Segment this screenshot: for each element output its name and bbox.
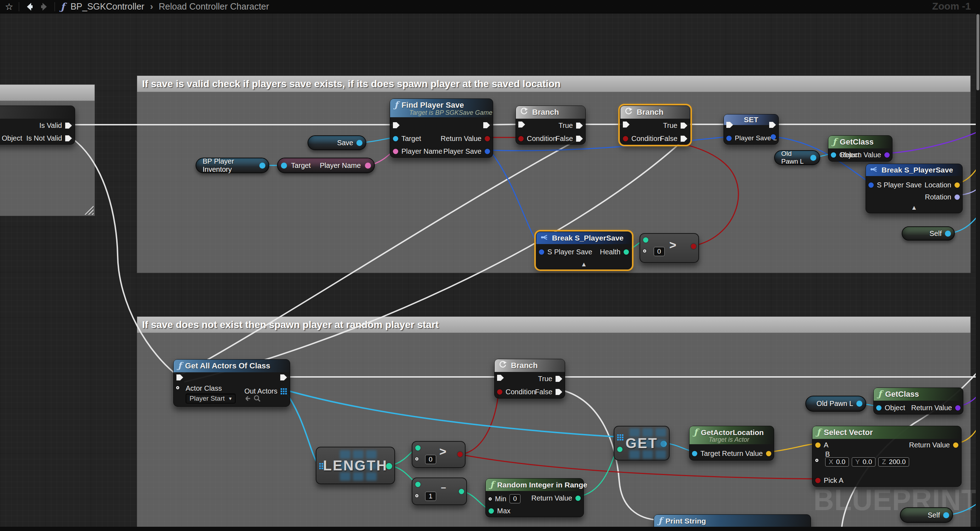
random-integer-node[interactable]: ƒ Random Integer in Range Min 0 Return V… [485,478,584,517]
min-value-field[interactable]: 0 [509,494,520,503]
comment-header[interactable]: If save does not exist then spawn player… [137,317,970,333]
greater-than-node-lower[interactable]: 0 > [412,441,466,468]
object-out-pin[interactable] [856,401,862,407]
scrollbar-thumb[interactable] [977,14,979,90]
exec-in-pin[interactable] [497,375,504,381]
break-playersave-node-right[interactable]: Break S_PlayerSave S Player Save Locatio… [865,164,963,213]
breadcrumb-root[interactable]: BP_SGKController [70,2,144,12]
out-actors-pin[interactable]: Out Actors [245,387,287,395]
branch-node-2[interactable]: Branch True Condition False [620,106,690,145]
z-field[interactable]: Z200.0 [878,457,909,467]
exec-in-pin[interactable] [726,122,733,128]
player-save-l-in-pin[interactable]: Player Save L [726,134,776,142]
self-pill-upper[interactable]: Self [902,226,955,240]
player-name-pin[interactable]: Player Name [393,147,442,156]
array-length-node[interactable]: LENGTH [316,447,395,484]
array-get-node[interactable]: GET [614,426,670,461]
select-vector-node[interactable]: ƒ Select Vector A Return Value B X0.0 Y0… [812,426,962,487]
return-value-pin[interactable]: Return Value [441,135,490,143]
exec-out-pin[interactable] [280,374,287,380]
player-save-l-out-pin[interactable] [771,134,776,140]
subtract-node[interactable]: 1 − [412,477,467,505]
collapse-arrow-icon[interactable]: ▲ [536,261,632,268]
input-b-pin[interactable] [643,250,646,253]
old-pawn-pill-upper[interactable]: Old Pawn L [774,150,820,165]
return-value-pin[interactable]: Return Value [722,450,771,458]
player-save-pin[interactable]: Player Save [443,147,490,156]
s-player-save-pin[interactable]: S Player Save [539,248,592,256]
is-not-valid-exec-out[interactable]: Is Not Valid [26,134,72,142]
b-pin[interactable] [815,459,818,462]
branch-node-1[interactable]: Branch True Condition False [515,106,585,145]
branch-node-3[interactable]: Branch True Condition False [494,359,565,399]
back-arrow-icon[interactable] [25,2,34,11]
x-field[interactable]: X0.0 [825,457,849,467]
exec-out-pin[interactable] [769,122,776,128]
break-playersave-node-middle[interactable]: Break S_PlayerSave S Player Save Health … [536,232,632,269]
s-player-save-pin[interactable]: S Player Save [869,181,922,189]
get-player-name-pill[interactable]: Target Player Name [277,157,375,173]
forward-arrow-icon[interactable] [40,2,49,11]
comment-header[interactable]: If save is valid check if players save e… [137,76,970,92]
false-pin[interactable]: False [535,388,562,396]
use-selected-icon[interactable] [243,395,251,402]
greater-than-node-upper[interactable]: 0 > [640,233,699,263]
input-b-pin[interactable] [415,457,418,461]
object-pin[interactable]: Object [876,404,905,412]
comment-resize-handle[interactable] [84,205,94,215]
comment-box-left[interactable] [0,84,95,216]
min-pin[interactable]: Min 0 [488,494,520,503]
input-a-pin[interactable] [415,482,420,487]
exec-out-pin[interactable] [483,122,490,128]
object-out-pin[interactable] [356,140,363,146]
false-pin[interactable]: False [555,135,583,143]
input-a-pin[interactable] [643,237,648,243]
return-value-pin[interactable]: Return Value [909,441,958,449]
object-out-pin[interactable] [259,162,266,169]
y-field[interactable]: Y0.0 [852,457,875,467]
result-pin[interactable] [459,489,464,494]
true-pin[interactable]: True [559,121,583,130]
result-pin[interactable] [691,244,696,249]
actor-class-dropdown[interactable]: Player Start ▾ [186,394,235,404]
self-out-pin[interactable] [945,231,951,237]
condition-pin[interactable]: Condition [519,135,557,143]
true-pin[interactable]: True [538,375,562,383]
get-class-node-upper[interactable]: ƒ GetClass Object Return Value [828,135,892,162]
collapse-arrow-icon[interactable]: ▲ [866,204,962,211]
return-value-pin[interactable]: Return Value [840,151,890,159]
actor-class-pin[interactable] [176,386,179,389]
target-in-pin[interactable] [281,162,287,169]
return-value-pin[interactable]: Return Value [911,404,961,412]
location-pin[interactable]: Location [924,181,960,189]
condition-pin[interactable]: Condition [497,388,536,396]
condition-pin[interactable]: Condition [623,135,662,143]
result-pin[interactable] [457,452,463,457]
get-class-node-lower[interactable]: ƒ GetClass Object Return Value [873,388,963,415]
health-pin[interactable]: Health [600,248,629,256]
old-pawn-pill-lower[interactable]: Old Pawn L [805,396,866,412]
exec-in-pin[interactable] [623,121,630,127]
a-pin[interactable]: A [815,441,828,449]
index-pin[interactable] [617,447,622,452]
array-in-pin[interactable] [617,434,624,441]
target-pin[interactable]: Target [692,450,720,458]
comment-header[interactable] [0,85,95,101]
set-player-save-node[interactable]: SET Player Save L [724,114,779,145]
browse-icon[interactable] [254,395,261,402]
self-pill-bottom[interactable]: Self [900,507,953,523]
self-out-pin[interactable] [943,512,949,518]
exec-in-pin[interactable] [393,122,400,128]
get-all-actors-node[interactable]: ƒ Get All Actors Of Class Actor Class Pl… [173,359,290,407]
vertical-scrollbar[interactable] [976,13,980,527]
pick-a-pin[interactable]: Pick A [815,477,843,485]
find-player-save-node[interactable]: ƒ Find Player Save Target is BP SGKSave … [390,99,493,157]
rotation-pin[interactable]: Rotation [925,193,960,201]
save-variable-pill[interactable]: Save [307,135,366,150]
input-b-pin[interactable] [415,494,418,498]
favorite-star-icon[interactable]: ☆ [5,2,13,11]
bp-player-inventory-pill[interactable]: BP Player Inventory [196,157,269,173]
true-pin[interactable]: True [663,121,687,130]
is-valid-exec-out[interactable]: Is Valid [39,121,72,130]
b-value-field[interactable]: 0 [654,247,665,256]
